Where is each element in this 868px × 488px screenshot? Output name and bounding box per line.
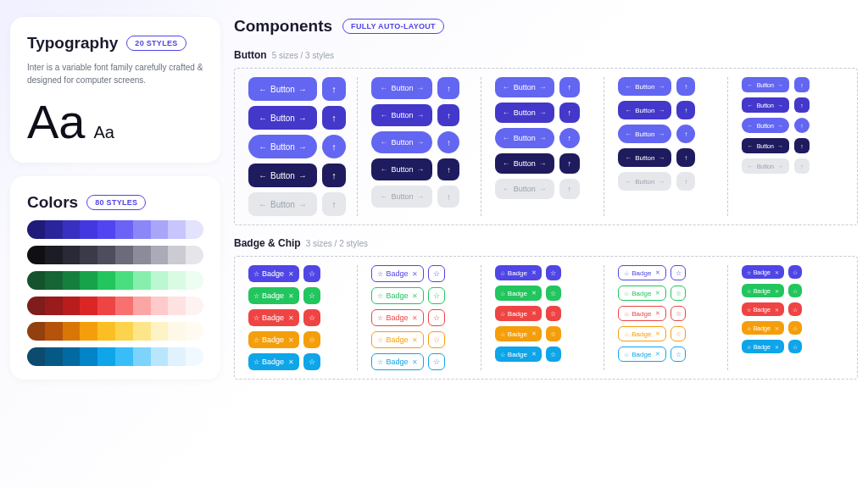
icon-button[interactable]: ↑ [559, 103, 580, 123]
icon-button[interactable]: ↑ [322, 192, 346, 216]
swatch[interactable] [45, 271, 63, 290]
badge-chip[interactable]: ☆Badge✕ [742, 302, 784, 316]
swatch[interactable] [27, 271, 45, 290]
icon-button[interactable]: ↑ [676, 172, 695, 191]
button-sample[interactable]: ←Button→ [248, 77, 317, 101]
button-sample[interactable]: ←Button→ [248, 164, 317, 187]
badge-icon[interactable]: ☆ [670, 265, 686, 280]
swatch[interactable] [63, 322, 81, 341]
badge-chip[interactable]: ☆Badge✕ [618, 306, 666, 321]
badge-icon[interactable]: ☆ [428, 331, 445, 348]
badge-icon[interactable]: ☆ [303, 309, 320, 326]
close-icon[interactable]: ✕ [531, 351, 537, 358]
badge-chip[interactable]: ☆Badge✕ [742, 340, 784, 353]
swatch[interactable] [168, 246, 186, 264]
swatch[interactable] [63, 271, 81, 290]
badge-icon[interactable]: ☆ [788, 340, 802, 353]
swatch[interactable] [168, 271, 186, 290]
close-icon[interactable]: ✕ [412, 314, 418, 322]
close-icon[interactable]: ✕ [775, 269, 779, 275]
badge-chip[interactable]: ☆Badge✕ [371, 287, 424, 304]
badge-chip[interactable]: ☆Badge✕ [371, 353, 424, 370]
badge-chip[interactable]: ☆Badge✕ [248, 309, 299, 326]
swatch[interactable] [80, 347, 97, 366]
icon-button[interactable]: ↑ [676, 148, 695, 167]
swatch[interactable] [97, 347, 115, 366]
close-icon[interactable]: ✕ [531, 290, 537, 297]
swatch[interactable] [186, 297, 203, 315]
close-icon[interactable]: ✕ [531, 269, 537, 276]
icon-button[interactable]: ↑ [322, 77, 346, 101]
close-icon[interactable]: ✕ [655, 269, 660, 276]
badge-chip[interactable]: ☆Badge✕ [371, 265, 424, 282]
button-sample[interactable]: ←Button→ [248, 106, 317, 130]
close-icon[interactable]: ✕ [412, 336, 418, 344]
swatch[interactable] [186, 220, 203, 239]
button-sample[interactable]: ←Button→ [371, 104, 432, 126]
swatch[interactable] [63, 347, 81, 366]
badge-chip[interactable]: ☆Badge✕ [495, 306, 542, 321]
button-sample[interactable]: ←Button→ [618, 101, 671, 119]
swatch[interactable] [80, 220, 97, 239]
badge-icon[interactable]: ☆ [428, 309, 445, 326]
swatch[interactable] [80, 246, 97, 264]
swatch[interactable] [27, 246, 45, 264]
swatch[interactable] [27, 347, 45, 366]
swatch[interactable] [45, 220, 63, 239]
swatch[interactable] [186, 246, 203, 264]
button-sample[interactable]: ←Button→ [495, 153, 554, 174]
badge-chip[interactable]: ☆Badge✕ [371, 331, 424, 348]
badge-icon[interactable]: ☆ [428, 287, 445, 304]
swatch[interactable] [97, 220, 115, 239]
swatch[interactable] [168, 297, 186, 315]
close-icon[interactable]: ✕ [288, 314, 294, 322]
button-sample[interactable]: ←Button→ [371, 158, 432, 180]
swatch[interactable] [115, 271, 133, 290]
badge-chip[interactable]: ☆Badge✕ [618, 326, 666, 341]
badge-icon[interactable]: ☆ [303, 331, 320, 348]
button-sample[interactable]: ←Button→ [618, 148, 671, 167]
swatch[interactable] [151, 246, 169, 264]
swatch[interactable] [168, 347, 186, 366]
swatch[interactable] [45, 347, 63, 366]
icon-button[interactable]: ↑ [559, 179, 580, 199]
swatch[interactable] [27, 322, 45, 341]
close-icon[interactable]: ✕ [531, 310, 537, 317]
badge-icon[interactable]: ☆ [788, 302, 802, 316]
button-sample[interactable]: ←Button→ [248, 192, 317, 216]
button-sample[interactable]: ←Button→ [742, 77, 789, 92]
swatch[interactable] [151, 347, 169, 366]
close-icon[interactable]: ✕ [288, 270, 294, 278]
icon-button[interactable]: ↑ [676, 125, 695, 143]
button-sample[interactable]: ←Button→ [248, 135, 317, 158]
badge-chip[interactable]: ☆Badge✕ [742, 321, 784, 335]
close-icon[interactable]: ✕ [775, 344, 779, 350]
swatch[interactable] [63, 246, 81, 264]
swatch[interactable] [80, 271, 97, 290]
button-sample[interactable]: ←Button→ [618, 125, 671, 143]
swatch[interactable] [151, 220, 169, 239]
button-sample[interactable]: ←Button→ [371, 77, 432, 99]
swatch[interactable] [151, 271, 169, 290]
badge-icon[interactable]: ☆ [303, 353, 320, 370]
badge-icon[interactable]: ☆ [546, 326, 561, 341]
badge-icon[interactable]: ☆ [303, 287, 320, 304]
icon-button[interactable]: ↑ [437, 104, 459, 126]
badge-icon[interactable]: ☆ [788, 321, 802, 335]
badge-icon[interactable]: ☆ [546, 347, 561, 362]
swatch[interactable] [168, 220, 186, 239]
button-sample[interactable]: ←Button→ [371, 131, 432, 153]
close-icon[interactable]: ✕ [412, 270, 418, 278]
icon-button[interactable]: ↑ [559, 153, 580, 174]
swatch[interactable] [186, 271, 203, 290]
swatch[interactable] [115, 220, 133, 239]
swatch[interactable] [186, 322, 203, 341]
button-sample[interactable]: ←Button→ [618, 77, 671, 96]
icon-button[interactable]: ↑ [794, 138, 810, 153]
icon-button[interactable]: ↑ [437, 131, 459, 153]
icon-button[interactable]: ↑ [559, 77, 580, 97]
icon-button[interactable]: ↑ [437, 77, 459, 99]
swatch[interactable] [63, 220, 81, 239]
icon-button[interactable]: ↑ [559, 128, 580, 148]
icon-button[interactable]: ↑ [322, 164, 346, 187]
